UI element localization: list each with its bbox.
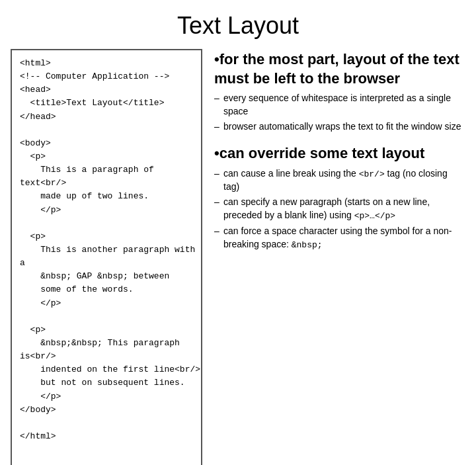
section-layout-list: every sequence of whitespace is interpre… <box>214 92 465 134</box>
code-block: <html> <!-- Computer Application --> <he… <box>20 57 193 443</box>
page-title: Text Layout <box>0 0 476 49</box>
section-layout-heading: •for the most part, layout of the text m… <box>214 50 465 88</box>
section-layout: •for the most part, layout of the text m… <box>214 50 465 136</box>
list-item-text: can force a space character using the sy… <box>223 226 452 249</box>
list-item: every sequence of whitespace is interpre… <box>214 92 465 118</box>
list-item: can specify a new paragraph (starts on a… <box>214 196 465 222</box>
list-item-text: can specify a new paragraph (starts on a… <box>223 196 430 220</box>
list-item: can cause a line break using the <br/> t… <box>214 167 465 194</box>
content-area: <html> <!-- Computer Application --> <he… <box>0 49 476 465</box>
inline-code: <br/> <box>359 169 385 179</box>
code-panel: <html> <!-- Computer Application --> <he… <box>11 49 202 465</box>
section-override-list: can cause a line break using the <br/> t… <box>214 167 465 251</box>
inline-code: &nbsp; <box>292 240 323 250</box>
right-panel: •for the most part, layout of the text m… <box>214 49 465 465</box>
section-override: •can override some text layout can cause… <box>214 144 465 254</box>
section-override-heading: •can override some text layout <box>214 144 465 163</box>
list-item-text: can cause a line break using the <box>223 168 359 179</box>
list-item: can force a space character using the sy… <box>214 225 465 251</box>
inline-code: <p>…</p> <box>354 211 395 221</box>
list-item: browser automatically wraps the text to … <box>214 120 465 134</box>
